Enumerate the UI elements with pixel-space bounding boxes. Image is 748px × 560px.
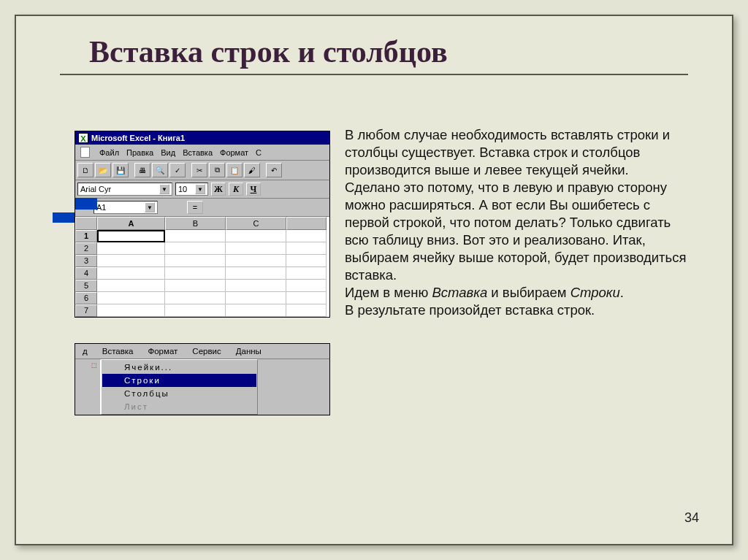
menubar[interactable]: Файл Правка Вид Вставка Формат С <box>75 145 329 161</box>
cell[interactable] <box>226 280 286 292</box>
col-header[interactable]: A <box>97 217 165 230</box>
dropdown-icon[interactable]: ▼ <box>159 184 169 194</box>
cell[interactable] <box>226 304 286 317</box>
menu-insert-2[interactable]: Вставка <box>95 345 141 357</box>
cell[interactable] <box>286 255 327 267</box>
equals-button[interactable]: = <box>187 201 203 214</box>
cut-button[interactable]: ✂ <box>191 163 207 177</box>
titlebar: X Microsoft Excel - Книга1 <box>75 131 329 145</box>
col-header[interactable] <box>286 217 327 230</box>
callout-marker-col <box>75 198 97 210</box>
menu-item-rows[interactable]: Строки <box>102 374 256 387</box>
cell[interactable] <box>286 280 327 292</box>
cell[interactable] <box>165 255 226 267</box>
new-button[interactable]: 🗋 <box>77 163 94 177</box>
menu-item-columns[interactable]: Столбцы <box>102 387 256 400</box>
name-box-value: A1 <box>96 203 106 212</box>
menu-tools-2[interactable]: Сервис <box>185 345 228 357</box>
menu-file[interactable]: Файл <box>96 146 122 158</box>
toolbar-format: Arial Cyr ▼ 10 ▼ Ж К Ч <box>75 180 329 199</box>
open-button[interactable]: 📂 <box>95 163 111 177</box>
menu-item-cells[interactable]: ⬚Ячейки... <box>102 361 256 374</box>
menu-view[interactable]: Вид <box>158 146 178 158</box>
slide-title: Вставка строк и столбцов <box>53 34 695 69</box>
menu-item-sheet[interactable]: Лист <box>102 400 256 413</box>
cell[interactable] <box>97 255 165 267</box>
italic-button[interactable]: К <box>229 183 243 196</box>
excel-wrapper: X Microsoft Excel - Книга1 Файл Правка В… <box>53 131 330 318</box>
italic-stroki: Строки <box>570 285 620 300</box>
select-all-corner[interactable] <box>75 217 97 230</box>
row-header[interactable]: 3 <box>75 255 97 267</box>
slide: Вставка строк и столбцов X Microsoft Exc… <box>15 15 733 545</box>
cell-a1[interactable] <box>97 230 165 242</box>
paragraph-4: В результате произойдет вставка строк. <box>345 302 695 319</box>
cell[interactable] <box>226 242 286 255</box>
cell[interactable] <box>97 280 165 292</box>
menu-format[interactable]: Формат <box>217 146 251 158</box>
format-painter-button[interactable]: 🖌 <box>244 163 260 177</box>
row-header[interactable]: 5 <box>75 280 97 292</box>
undo-button[interactable]: ↶ <box>266 163 282 177</box>
cell[interactable] <box>165 242 226 255</box>
cell[interactable] <box>165 280 226 292</box>
row-header[interactable]: 7 <box>75 304 97 317</box>
row-header[interactable]: 6 <box>75 292 97 304</box>
cell[interactable] <box>97 267 165 280</box>
cell[interactable] <box>286 304 327 317</box>
print-button[interactable]: 🖶 <box>134 163 150 177</box>
row-header[interactable]: 1 <box>75 230 97 242</box>
divider <box>60 74 688 75</box>
menu-data-2[interactable]: Данны <box>229 345 269 357</box>
cell[interactable] <box>165 230 226 242</box>
dropdown-icon[interactable]: ▼ <box>195 184 205 194</box>
cell[interactable] <box>97 292 165 304</box>
column-headers: A B C <box>97 217 329 230</box>
control-icon[interactable] <box>77 146 95 158</box>
cell[interactable] <box>286 242 327 255</box>
body-text: В любом случае необходимость вставлять с… <box>345 126 695 415</box>
font-size-value: 10 <box>178 185 187 193</box>
menu-partial[interactable]: д <box>75 345 95 357</box>
save-button[interactable]: 💾 <box>112 163 129 177</box>
font-name-value: Arial Cyr <box>80 185 111 193</box>
spreadsheet-grid[interactable]: 1 2 3 4 5 6 7 A B C <box>75 217 329 317</box>
cells-area[interactable] <box>97 230 329 317</box>
cell[interactable] <box>226 267 286 280</box>
formula-bar: A1 ▼ = <box>75 199 329 217</box>
cell[interactable] <box>286 230 327 242</box>
cell[interactable] <box>97 242 165 255</box>
col-header[interactable]: C <box>226 217 286 230</box>
name-box[interactable]: A1 ▼ <box>94 201 158 214</box>
paste-button[interactable]: 📋 <box>226 163 243 177</box>
menu-insert[interactable]: Вставка <box>180 146 215 158</box>
cell[interactable] <box>165 292 226 304</box>
cell[interactable] <box>226 230 286 242</box>
bold-button[interactable]: Ж <box>211 183 226 196</box>
underline-button[interactable]: Ч <box>246 183 261 196</box>
menubar-2[interactable]: д Вставка Формат Сервис Данны <box>75 344 329 359</box>
cell[interactable] <box>286 292 327 304</box>
menu-edit[interactable]: Правка <box>123 146 156 158</box>
cell[interactable] <box>226 292 286 304</box>
copy-button[interactable]: ⧉ <box>209 163 225 177</box>
row-header[interactable]: 4 <box>75 267 97 280</box>
font-combo[interactable]: Arial Cyr ▼ <box>77 183 172 196</box>
cell[interactable] <box>165 304 226 317</box>
cell[interactable] <box>165 267 226 280</box>
menu-format-2[interactable]: Формат <box>140 345 185 357</box>
dropdown-icon[interactable]: ▼ <box>145 202 155 212</box>
row-header[interactable]: 2 <box>75 242 97 255</box>
col-header[interactable]: B <box>165 217 226 230</box>
spell-button[interactable]: ✓ <box>169 163 186 177</box>
row-headers: 1 2 3 4 5 6 7 <box>75 217 97 317</box>
cell[interactable] <box>286 267 327 280</box>
menu-more[interactable]: С <box>253 146 264 158</box>
left-column: X Microsoft Excel - Книга1 Файл Правка В… <box>53 126 330 415</box>
cell[interactable] <box>226 255 286 267</box>
columns-area: A B C <box>97 217 329 317</box>
cell[interactable] <box>97 304 165 317</box>
window-title: Microsoft Excel - Книга1 <box>91 134 185 142</box>
preview-button[interactable]: 🔍 <box>152 163 168 177</box>
font-size-combo[interactable]: 10 ▼ <box>175 183 208 196</box>
